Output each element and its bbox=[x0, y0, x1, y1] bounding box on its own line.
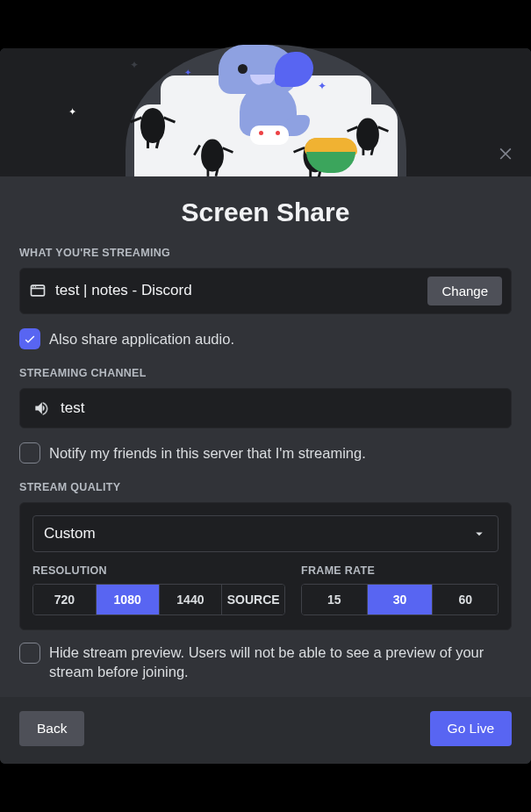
svg-point-2 bbox=[32, 286, 34, 288]
framerate-option-30[interactable]: 30 bbox=[368, 585, 434, 614]
framerate-segment: 15 30 60 bbox=[301, 584, 499, 615]
screen-share-modal: ✦ ✦ ✦ ✦ bbox=[0, 48, 531, 765]
modal-content: WHAT YOU'RE STREAMING test | notes - Dis… bbox=[0, 234, 531, 698]
framerate-option-60[interactable]: 60 bbox=[433, 585, 498, 614]
channel-section-label: STREAMING CHANNEL bbox=[19, 367, 512, 379]
blob-character bbox=[140, 108, 165, 143]
sparkle-icon: ✦ bbox=[318, 80, 326, 92]
go-live-button[interactable]: Go Live bbox=[430, 711, 512, 746]
resolution-option-1440[interactable]: 1440 bbox=[160, 585, 223, 614]
modal-footer: Back Go Live bbox=[0, 697, 531, 764]
change-source-button[interactable]: Change bbox=[427, 277, 502, 305]
share-audio-label: Also share application audio. bbox=[49, 329, 234, 349]
quality-button-groups: 720 1080 1440 SOURCE 15 30 60 bbox=[32, 584, 499, 615]
resolution-segment: 720 1080 1440 SOURCE bbox=[32, 584, 285, 615]
channel-name: test bbox=[61, 399, 84, 417]
resolution-option-720[interactable]: 720 bbox=[33, 585, 97, 614]
blob-character bbox=[201, 139, 224, 171]
sparkle-icon: ✦ bbox=[68, 106, 76, 118]
window-icon bbox=[29, 282, 47, 299]
back-button[interactable]: Back bbox=[19, 711, 84, 746]
streaming-source-field: test | notes - Discord Change bbox=[19, 268, 512, 314]
svg-point-3 bbox=[35, 286, 37, 288]
quality-sublabels: RESOLUTION FRAME RATE bbox=[32, 564, 499, 577]
channel-row: test bbox=[19, 388, 512, 428]
framerate-option-15[interactable]: 15 bbox=[302, 585, 368, 614]
wumpus-character bbox=[213, 48, 319, 136]
close-icon bbox=[497, 144, 514, 162]
framerate-label: FRAME RATE bbox=[289, 564, 499, 577]
modal-backdrop: ✦ ✦ ✦ ✦ bbox=[0, 0, 531, 812]
speaker-icon bbox=[32, 399, 50, 417]
quality-preset-value: Custom bbox=[44, 525, 96, 543]
sparkle-icon: ✦ bbox=[130, 59, 139, 71]
quality-card: Custom RESOLUTION FRAME RATE 720 1080 14… bbox=[19, 502, 512, 630]
checkbox-unchecked bbox=[19, 442, 40, 463]
quality-preset-select[interactable]: Custom bbox=[32, 515, 499, 552]
resolution-option-1080[interactable]: 1080 bbox=[97, 585, 160, 614]
resolution-option-source[interactable]: SOURCE bbox=[222, 585, 284, 614]
game-controller-icon bbox=[250, 126, 289, 145]
hero-illustration: ✦ ✦ ✦ ✦ bbox=[0, 48, 531, 176]
share-audio-checkbox-row[interactable]: Also share application audio. bbox=[19, 328, 512, 349]
hide-preview-checkbox-row[interactable]: Hide stream preview. Users will not be a… bbox=[19, 643, 512, 682]
close-button[interactable] bbox=[494, 141, 517, 164]
checkbox-unchecked bbox=[19, 643, 40, 664]
streaming-section-label: WHAT YOU'RE STREAMING bbox=[19, 247, 512, 259]
sparkle-icon: ✦ bbox=[184, 68, 191, 77]
notify-friends-checkbox-row[interactable]: Notify my friends in this server that I'… bbox=[19, 442, 512, 463]
modal-title: Screen Share bbox=[0, 176, 531, 234]
checkbox-checked bbox=[19, 328, 40, 349]
quality-section-label: STREAM QUALITY bbox=[19, 481, 512, 493]
streaming-source-name: test | notes - Discord bbox=[55, 282, 419, 299]
check-icon bbox=[23, 332, 37, 346]
chevron-down-icon bbox=[471, 526, 487, 542]
hide-preview-label: Hide stream preview. Users will not be a… bbox=[49, 643, 512, 682]
resolution-label: RESOLUTION bbox=[32, 564, 289, 577]
blob-character bbox=[356, 118, 379, 150]
notify-friends-label: Notify my friends in this server that I'… bbox=[49, 443, 366, 463]
